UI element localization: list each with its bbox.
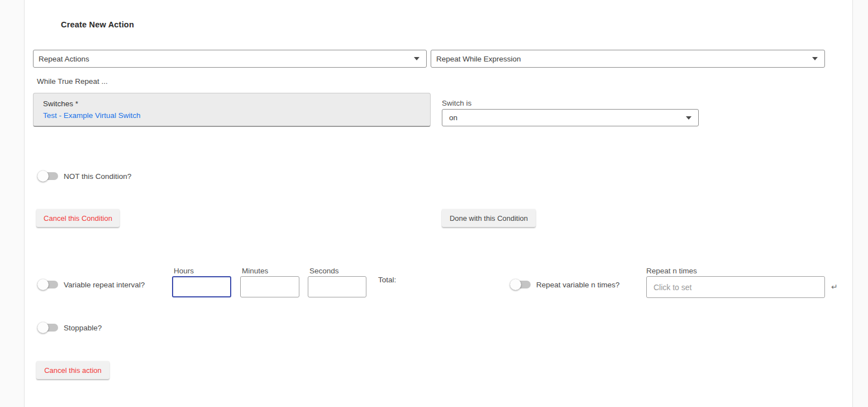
cancel-action-button[interactable]: Cancel this action [36, 361, 109, 379]
chevron-down-icon [686, 116, 691, 120]
minutes-input[interactable] [240, 276, 299, 297]
chevron-down-icon [414, 57, 419, 60]
toggle-thumb [37, 171, 49, 182]
repeat-type-select[interactable]: Repeat While Expression [431, 50, 825, 68]
toggle-thumb [37, 279, 49, 290]
selected-device-link[interactable]: Test - Example Virtual Switch [43, 111, 430, 120]
page-title: Create New Action [61, 20, 134, 29]
toggle-thumb [510, 279, 521, 290]
minutes-label: Minutes [242, 267, 268, 275]
action-type-select-value: Repeat Actions [39, 55, 414, 63]
switches-label: Switches * [43, 100, 430, 108]
switch-is-select[interactable]: on [442, 109, 699, 126]
seconds-input[interactable] [308, 276, 366, 297]
variable-interval-label: Variable repeat interval? [64, 281, 145, 289]
page-root: Create New Action Repeat Actions Repeat … [0, 0, 868, 407]
stoppable-label: Stoppable? [64, 324, 102, 332]
stoppable-toggle[interactable] [37, 321, 59, 334]
repeat-variable-toggle[interactable] [510, 278, 531, 291]
repeat-type-select-value: Repeat While Expression [436, 55, 812, 63]
cancel-condition-button[interactable]: Cancel this Condition [36, 209, 120, 227]
seconds-label: Seconds [309, 267, 339, 275]
repeat-n-times-input[interactable] [646, 276, 825, 298]
toggle-thumb [37, 322, 49, 333]
total-label: Total: [378, 276, 396, 284]
switches-device-box[interactable]: Switches * Test - Example Virtual Switch [33, 93, 431, 127]
repeat-n-times-label: Repeat n times [646, 267, 697, 275]
chevron-down-icon [812, 57, 818, 60]
repeat-variable-label: Repeat variable n times? [536, 281, 619, 289]
switch-is-label: Switch is [442, 99, 471, 107]
hours-label: Hours [174, 267, 194, 275]
create-action-panel: Create New Action Repeat Actions Repeat … [24, 0, 853, 407]
enter-key-icon: ↵ [831, 282, 838, 291]
done-condition-button[interactable]: Done with this Condition [442, 209, 536, 227]
while-true-repeat-label: While True Repeat ... [37, 77, 108, 86]
not-condition-toggle[interactable] [37, 170, 59, 182]
hours-input[interactable] [172, 276, 231, 297]
action-type-select[interactable]: Repeat Actions [33, 50, 427, 68]
not-condition-label: NOT this Condition? [64, 172, 131, 181]
variable-interval-toggle[interactable] [37, 278, 59, 291]
switch-is-select-value: on [449, 113, 686, 122]
